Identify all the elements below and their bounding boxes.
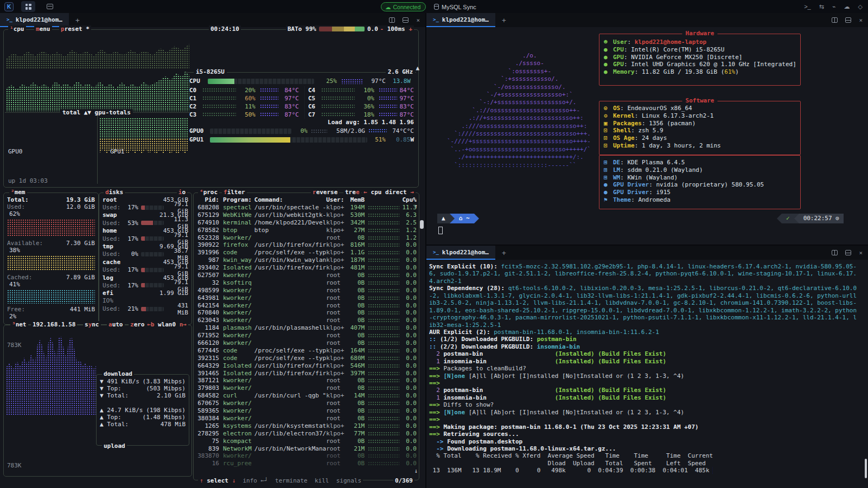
new-tab-button[interactable]: +: [502, 249, 506, 257]
close-pane-icon[interactable]: ×: [416, 17, 420, 24]
proc-filter-button[interactable]: filter: [222, 189, 247, 196]
proc-row[interactable]: 278295electron/usr/lib/electron37/klpo+7…: [196, 430, 417, 438]
disks-box-title[interactable]: disks: [104, 189, 125, 196]
proc-row[interactable]: 75kcompactroot0B0.0: [196, 438, 417, 445]
proc-row[interactable]: 674910kerminal/home/klpod221/Develklpo+3…: [196, 219, 417, 227]
gpu-totals-toggle[interactable]: total ▲▼ gpu-totals: [60, 109, 133, 116]
proc-row[interactable]: 16rcu_preeroot0B0.0: [196, 460, 417, 467]
close-pane-icon[interactable]: ×: [859, 17, 863, 24]
split-horizontal-icon[interactable]: [845, 17, 851, 23]
mem-avail-pct: 38%: [7, 247, 95, 254]
preset-button[interactable]: preset *: [59, 25, 91, 33]
proc-row[interactable]: 1265ksystems/usr/bin/ksystemstatklpo+21M…: [196, 422, 417, 430]
close-pane-icon[interactable]: ×: [859, 249, 863, 256]
btop-net-box[interactable]: ³net 192.168.1.58 sync auto zero ←b wlan…: [3, 325, 192, 477]
proc-row[interactable]: 664329Isolated/usr/lib/firefox/firklpo+5…: [196, 362, 417, 370]
mysql-sync-button[interactable]: MySQL Sync: [434, 2, 476, 11]
cpu-box-title[interactable]: ¹cpu: [8, 25, 26, 33]
proc-row[interactable]: 391465Isolated/usr/lib/firefox/firklpo+3…: [196, 370, 417, 377]
tab-right-top[interactable]: >_klpod221@hom…: [426, 13, 495, 27]
right-scrollbar-thumb[interactable]: [865, 459, 867, 478]
proc-row[interactable]: 987kwin_way/usr/bin/kwin_waylanklpo+187M…: [196, 256, 417, 264]
proc-row[interactable]: 392315code/proc/self/exe --typklpo+680M0…: [196, 355, 417, 362]
btop-mem-box[interactable]: ²mem Total:19.3 GiB Used:12.0 GiB 62% Av…: [3, 192, 99, 325]
split-horizontal-icon[interactable]: [403, 17, 409, 23]
left-scrollbar-thumb[interactable]: [420, 220, 424, 229]
proc-row[interactable]: 627507kworker/root0B0.0: [196, 272, 417, 279]
proc-row[interactable]: 32ksoftirqroot0B0.0: [196, 279, 417, 287]
update-interval-control[interactable]: - 100ms +: [378, 25, 414, 33]
app-logo[interactable]: K: [4, 2, 14, 11]
new-tab-button[interactable]: +: [502, 16, 506, 24]
tab-right-bottom[interactable]: >_klpod221@hom…: [426, 246, 495, 260]
net-auto-toggle[interactable]: auto: [107, 321, 125, 328]
proc-row[interactable]: 678582btopbtopklpo+27M1.2: [196, 227, 417, 234]
shell-prompt[interactable]: ▲⌂ ~: [437, 214, 479, 223]
proc-row[interactable]: 666120kworker/root0B0.0: [196, 339, 417, 347]
panels-button[interactable]: [43, 1, 57, 12]
sftp-icon[interactable]: ⇆: [819, 3, 824, 10]
proc-scroll-up[interactable]: ↑: [414, 203, 418, 210]
hosts-grid-button[interactable]: [21, 1, 35, 12]
scroll-up-indicator[interactable]: ▲: [416, 65, 419, 72]
proc-row[interactable]: 671952kworker/root0B0.0: [196, 332, 417, 339]
split-horizontal-icon[interactable]: [845, 250, 851, 255]
proc-row[interactable]: 393402Isolated/usr/lib/firefox/firklpo+4…: [196, 264, 417, 272]
net-box-title[interactable]: ³net: [10, 321, 28, 328]
proc-row[interactable]: 688208spectacl/usr/bin/spectacle -klpo+1…: [196, 204, 417, 211]
proc-reverse-button[interactable]: reverse: [311, 189, 339, 196]
proc-row[interactable]: 677445code/proc/self/exe --typklpo+164M0…: [196, 347, 417, 355]
proc-row[interactable]: 675129WebKitWe/usr/lib/webkit2gtk-klpo+5…: [196, 211, 417, 219]
uptime: up 1d 03:03: [8, 177, 48, 184]
proc-row[interactable]: 670840kworker/root0B0.0: [196, 309, 417, 317]
proc-box-title[interactable]: ⁴proc: [198, 189, 219, 196]
proc-tree-button[interactable]: tree: [343, 189, 361, 196]
proc-row[interactable]: 642154kworker/root0B0.0: [196, 302, 417, 310]
proc-footer-keys[interactable]: ↑ select ↓ info ←┘ terminate kill signal…: [198, 477, 363, 484]
prompt-icon: >_: [433, 17, 439, 22]
proc-row[interactable]: 1184plasmash/usr/bin/plasmashellklpo+407…: [196, 324, 417, 332]
mem-box-title[interactable]: ²mem: [9, 189, 27, 196]
gpu0-temp: 74°C°C: [387, 127, 414, 134]
port-forward-icon[interactable]: ⌁: [832, 3, 836, 10]
menu-button[interactable]: menu: [34, 25, 52, 33]
proc-row[interactable]: 379803kworker/root0B0.0: [196, 384, 417, 392]
disks-io-toggle[interactable]: io: [177, 189, 187, 196]
vault-icon[interactable]: ◇: [858, 3, 863, 10]
cpu-total-label: CPU: [189, 78, 208, 85]
proc-scroll-down[interactable]: ↓: [414, 467, 418, 474]
btop-proc-box[interactable]: ⁴proc filter reverse tree ← cpu direct →…: [193, 192, 419, 480]
proc-row[interactable]: 387121kworker/root0B0.0: [196, 377, 417, 384]
gpu1-label: GPU1: [189, 136, 210, 143]
proc-row[interactable]: 380384kworker/root0B0.0: [196, 415, 417, 422]
terminal-icon[interactable]: >_: [804, 3, 811, 10]
connection-status-badge[interactable]: ☁ Connected: [381, 2, 426, 11]
proc-row[interactable]: 589365kworker/root0B0.0: [196, 407, 417, 415]
proc-row[interactable]: 652328kworker/root0B1.2: [196, 234, 417, 242]
proc-row[interactable]: 498599kworker/root0B0.0: [196, 287, 417, 294]
net-zero-toggle[interactable]: zero: [129, 321, 146, 328]
split-vertical-icon[interactable]: [389, 17, 395, 23]
proc-row[interactable]: 390922firefox/usr/lib/firefox/firklpo+81…: [196, 241, 417, 249]
net-iface-switcher[interactable]: ←b wlan0 n→: [145, 321, 188, 328]
split-vertical-icon[interactable]: [832, 17, 838, 23]
app-titlebar: K ☁ Connected MySQL Sync >_ ⇆ ⌁ ☁ ◇: [0, 0, 868, 13]
btop-cpu-box[interactable]: ¹cpu menu preset * 00:24:10 BATo 99% 0.0…: [3, 29, 419, 188]
split-vertical-icon[interactable]: [832, 250, 838, 255]
proc-sort-selector[interactable]: ← cpu direct →: [362, 189, 416, 196]
proc-row[interactable]: 839NetworkM/usr/bin/NetworkManaroot21M0.…: [196, 445, 417, 453]
core-temp: 97°C: [397, 95, 414, 102]
proc-row[interactable]: 684582curl/usr/bin/curl -qgb "klpo+14M0.…: [196, 392, 417, 400]
net-stats-box: download ▼ 491 KiB/s(3.83 Mibps) ▼ Top:(…: [96, 374, 189, 446]
proc-row[interactable]: 623043kworker/root0B0.0: [196, 317, 417, 324]
net-sync-toggle[interactable]: sync: [83, 321, 101, 328]
cloud-icon[interactable]: ☁: [844, 3, 850, 10]
proc-row[interactable]: 670675kworker/root0B0.0: [196, 400, 417, 407]
proc-header-row[interactable]: Pid: Program: Command: User: MemB Cpu%: [196, 196, 417, 204]
proc-row[interactable]: 391996code/proc/self/exe --typklpo+1.1G0…: [196, 249, 417, 256]
new-tab-button[interactable]: +: [75, 16, 80, 24]
proc-row[interactable]: 643981kworker/root0B0.0: [196, 294, 417, 302]
btop-disks-box[interactable]: disks io root453 GiBUsed:17%79.1 GiBswap…: [99, 192, 192, 325]
proc-row[interactable]: 383870kworker/root0B0.0: [196, 452, 417, 460]
core-pct: 18%: [355, 111, 374, 118]
